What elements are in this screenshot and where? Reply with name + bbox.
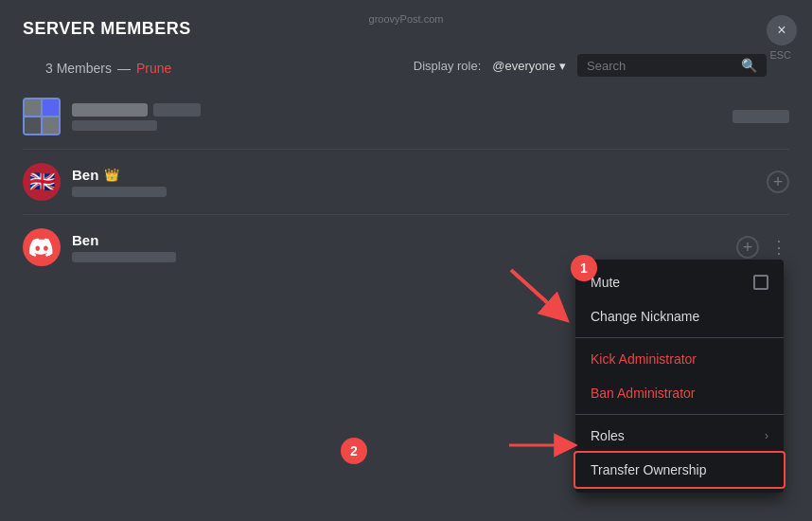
close-icon: ×: [777, 22, 786, 39]
member-count: 3 Members: [45, 61, 112, 76]
member-name-row: Ben: [72, 232, 725, 248]
table-row: 🇬🇧 Ben 👑 +: [8, 153, 804, 210]
ban-admin-label: Ban Administrator: [591, 386, 696, 401]
server-members-modal: groovyPost.com × ESC SERVER MEMBERS 3 Me…: [0, 0, 812, 521]
context-divider: [575, 414, 784, 415]
watermark: groovyPost.com: [369, 13, 444, 25]
more-options-button[interactable]: ⋮: [767, 236, 789, 259]
role-tag-inline: [153, 103, 201, 117]
mute-checkbox[interactable]: [753, 275, 768, 290]
context-item-ban-admin[interactable]: Ban Administrator: [575, 376, 784, 410]
context-item-transfer-ownership[interactable]: Transfer Ownership: [575, 453, 784, 487]
member-name: [72, 103, 148, 117]
close-button[interactable]: ×: [767, 15, 797, 45]
member-name: Ben: [72, 232, 98, 248]
role-select[interactable]: @everyone ▾: [492, 59, 566, 73]
member-extra: [733, 110, 789, 123]
member-name-row: Ben 👑: [72, 167, 755, 183]
member-extra: +: [767, 171, 789, 193]
divider: [23, 149, 789, 150]
header-row: 3 Members — Prune Display role: @everyon…: [23, 39, 789, 88]
crown-icon: 👑: [104, 168, 119, 182]
roles-label: Roles: [591, 428, 625, 443]
table-row: [8, 88, 804, 145]
context-item-roles[interactable]: Roles ›: [575, 419, 784, 453]
context-divider: [575, 337, 784, 338]
display-role-label: Display role:: [414, 59, 482, 73]
transfer-ownership-label: Transfer Ownership: [591, 462, 706, 477]
modal-subtitle: 3 Members — Prune: [45, 61, 171, 76]
context-item-kick-admin[interactable]: Kick Administrator: [575, 342, 784, 376]
search-box: 🔍: [577, 54, 767, 77]
search-icon: 🔍: [741, 58, 757, 73]
annotation-badge-2: 2: [341, 438, 367, 464]
avatar: [23, 98, 61, 135]
prune-link[interactable]: Prune: [136, 61, 171, 76]
add-role-button[interactable]: +: [767, 171, 789, 193]
filter-bar: Display role: @everyone ▾ 🔍: [414, 54, 767, 77]
context-menu: Mute Change Nickname Kick Administrator …: [575, 260, 784, 493]
chevron-right-icon: ›: [765, 429, 768, 442]
context-item-mute[interactable]: Mute: [575, 265, 784, 299]
member-extra: + ⋮: [736, 236, 789, 259]
member-tag: [72, 252, 176, 262]
role-value: @everyone: [492, 59, 556, 73]
chevron-down-icon: ▾: [559, 59, 566, 73]
member-info: Ben: [72, 232, 725, 262]
annotation-badge-1: 1: [571, 255, 597, 281]
context-item-change-nickname[interactable]: Change Nickname: [575, 299, 784, 333]
member-name-row: [72, 103, 721, 117]
member-info: [72, 103, 721, 131]
avatar: [23, 228, 61, 266]
subtitle-separator: —: [117, 61, 131, 76]
esc-label: ESC: [769, 49, 791, 61]
change-nickname-label: Change Nickname: [591, 309, 699, 324]
role-tag: [733, 110, 789, 123]
mute-label: Mute: [591, 275, 620, 290]
member-tag: [72, 120, 157, 131]
member-tag: [72, 187, 167, 197]
member-name: Ben: [72, 167, 98, 183]
member-info: Ben 👑: [72, 167, 755, 197]
search-input[interactable]: [587, 59, 733, 73]
kick-admin-label: Kick Administrator: [591, 351, 697, 367]
add-role-button[interactable]: +: [736, 236, 759, 259]
avatar: 🇬🇧: [23, 163, 61, 201]
divider: [23, 214, 789, 215]
